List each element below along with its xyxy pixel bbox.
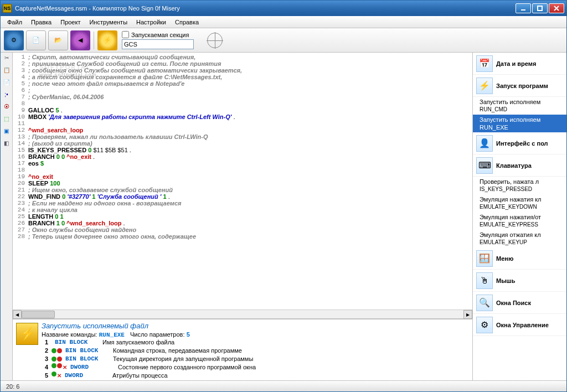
code-line[interactable]: 1; Скрипт, автоматически считывающий соо… — [13, 54, 472, 60]
code-line[interactable]: 27; Окно службы сообщений найдено — [13, 226, 472, 233]
sidebar-group-icon: 🪟 — [476, 250, 493, 267]
code-line[interactable]: 5; после чего этот файл открывается в No… — [13, 80, 472, 87]
settings-icon[interactable]: ⚙ — [4, 30, 24, 50]
sidebar-sub[interactable]: Проверить, нажата лIS_KEYS_PRESSED — [473, 177, 566, 194]
marker3-icon[interactable]: ⬚ — [3, 116, 11, 123]
marker5-icon[interactable]: ◧ — [3, 140, 11, 148]
code-line[interactable]: 22WND_FIND 0 '#32770' 1 'Служба сообщени… — [13, 193, 472, 200]
param-row: 5✕DWORDАтрибуты процесса — [42, 372, 469, 380]
code-line[interactable]: 28; Теперь ищем дочернее окно этого окна… — [13, 233, 472, 240]
menubar: ФайлПравкаПроектИнструментыНастройкиСпра… — [1, 16, 566, 28]
sidebar-sub[interactable]: Эмуляция нажатия клEMULATE_KEYDOWN — [473, 194, 566, 212]
code-line[interactable]: 17eos $ — [13, 160, 472, 167]
toolbar: SOFTPORTALwww.softportal.com ⚙ 📄 📂 ◀ ⚡ З… — [1, 28, 566, 53]
sidebar-group[interactable]: 🖱Мышь — [473, 270, 566, 292]
code-line[interactable]: 23; Если не найдено ни одного окна - воз… — [13, 200, 472, 207]
code-line[interactable]: 19^no_exit — [13, 173, 472, 180]
code-line[interactable]: 25LENGTH 0 1 — [13, 213, 472, 220]
sidebar-group-icon: 📅 — [476, 55, 493, 72]
code-line[interactable]: 11 — [13, 120, 472, 127]
editor-wrap: 1; Скрипт, автоматически считывающий соо… — [13, 53, 472, 380]
main-area: ✂ 📋 📄 ;• ⦿ ⬚ ▣ ◧ 1; Скрипт, автоматическ… — [1, 53, 566, 380]
code-editor[interactable]: 1; Скрипт, автоматически считывающий соо… — [13, 53, 472, 310]
paste-icon[interactable]: 📄 — [3, 79, 11, 87]
code-line[interactable]: 15IS_KEYS_PRESSED 0 $11 $5B $51 . — [13, 147, 472, 153]
scroll-right-icon[interactable]: ▶ — [463, 310, 472, 319]
sidebar-group[interactable]: 👤Интерфейс с пол — [473, 132, 566, 154]
code-line[interactable]: 4; а текст сообщения сохраняется в файле… — [13, 74, 472, 80]
crosshair-icon[interactable] — [207, 33, 223, 48]
new-doc-icon[interactable]: 📄 — [26, 30, 46, 50]
sidebar-group-icon: ⚙ — [476, 317, 493, 333]
sidebar-group[interactable]: ⌨Клавиатура — [473, 154, 566, 177]
close-button[interactable] — [549, 3, 564, 13]
info-command-line: Название команды: RUN_EXE Число параметр… — [42, 331, 469, 338]
back-icon[interactable]: ◀ — [70, 30, 90, 50]
code-line[interactable]: 2; принимаемые Службой сообщений из сети… — [13, 60, 472, 67]
code-line[interactable]: 14; (выход из скрипта) — [13, 140, 472, 147]
menu-Справка[interactable]: Справка — [171, 17, 203, 27]
marker1-icon[interactable]: ;• — [3, 91, 11, 99]
param-row: 3BIN BLOCKТекущая директория для запущен… — [42, 355, 469, 363]
menu-Правка[interactable]: Правка — [27, 17, 56, 27]
bolt-icon: ⚡ — [16, 323, 38, 345]
copy-icon[interactable]: 📋 — [3, 67, 11, 75]
sidebar-sub[interactable]: Эмуляция отжатия клEMULATE_KEYUP — [473, 230, 566, 247]
sidebar: 📅Дата и время⚡Запуск программЗапустить и… — [472, 53, 566, 380]
code-line[interactable]: 21; Ищем окно, создаваемое службой сообщ… — [13, 187, 472, 193]
menu-Проект[interactable]: Проект — [56, 17, 85, 27]
open-doc-icon[interactable]: 📂 — [48, 30, 68, 50]
sidebar-group-label: Интерфейс с пол — [496, 140, 548, 147]
code-line[interactable]: 6; — [13, 87, 472, 94]
app-icon: NS — [3, 4, 12, 13]
scroll-thumb[interactable] — [22, 311, 55, 318]
run-icon[interactable]: ⚡ — [97, 30, 117, 50]
code-line[interactable]: 18 — [13, 167, 472, 173]
minimize-button[interactable] — [516, 3, 531, 13]
code-line[interactable]: 26BRANCH 1 0 ^wnd_search_loop . — [13, 220, 472, 226]
menu-Файл[interactable]: Файл — [3, 17, 27, 27]
code-line[interactable]: 12^wnd_search_loop — [13, 127, 472, 133]
code-line[interactable]: 13; Проверяем, нажал ли пользователь кла… — [13, 133, 472, 140]
code-line[interactable]: 3; сообщения окно Службы сообщений автом… — [13, 67, 472, 74]
sidebar-group[interactable]: 🔍Окна Поиск — [473, 292, 566, 314]
code-line[interactable]: 16BRANCH 0 0 ^no_exit . — [13, 153, 472, 160]
sidebar-group-icon: 👤 — [476, 135, 493, 152]
svg-rect-0 — [538, 6, 542, 11]
code-line[interactable]: 7; CyberManiac, 06.04.2006 — [13, 94, 472, 100]
sidebar-group[interactable]: ⚡Запуск программ — [473, 75, 566, 97]
sidebar-group-label: Клавиатура — [496, 162, 532, 169]
sidebar-group-label: Запуск программ — [496, 82, 548, 89]
window-title: CaptureNetMessages.nsm - Компилятор Neo … — [15, 5, 516, 12]
code-line[interactable]: 20SLEEP 100 — [13, 180, 472, 187]
section-input[interactable] — [122, 39, 194, 49]
section-checkbox[interactable]: Запускаемая секция — [122, 31, 194, 38]
sidebar-group-label: Меню — [496, 255, 513, 262]
code-line[interactable]: 24; к началу цикла — [13, 207, 472, 213]
toolbar-sep — [94, 32, 94, 49]
sidebar-group[interactable]: 🪟Меню — [473, 247, 566, 270]
cut-icon[interactable]: ✂ — [3, 55, 11, 63]
sidebar-sub[interactable]: Эмуляция нажатия/отEMULATE_KEYPRESS — [473, 212, 566, 230]
sidebar-group[interactable]: 📅Дата и время — [473, 53, 566, 75]
menu-Инструменты[interactable]: Инструменты — [85, 17, 132, 27]
param-row: 2BIN BLOCKКомандная строка, передаваемая… — [42, 347, 469, 355]
marker2-icon[interactable]: ⦿ — [3, 104, 11, 111]
maximize-button[interactable] — [532, 3, 548, 13]
sidebar-group-icon: 🖱 — [476, 272, 493, 289]
sidebar-group[interactable]: ⚙Окна Управление — [473, 314, 566, 336]
code-line[interactable]: 10MBOX 'Для завершения работы скрипта на… — [13, 114, 472, 120]
app-window: NS CaptureNetMessages.nsm - Компилятор N… — [0, 0, 567, 392]
info-title: Запустить исполняемый файл — [42, 322, 469, 330]
code-line[interactable]: 8 — [13, 100, 472, 107]
menu-Настройки[interactable]: Настройки — [132, 17, 171, 27]
scroll-left-icon[interactable]: ◀ — [13, 310, 22, 319]
sidebar-sub[interactable]: Запустить исполняемRUN_CMD — [473, 97, 566, 115]
code-line[interactable]: 9GALLOC 5 . — [13, 107, 472, 114]
marker4-icon[interactable]: ▣ — [3, 128, 11, 136]
hscrollbar[interactable]: ◀ ▶ — [13, 310, 472, 318]
param-row: 4✕DWORDСостояние первого созданного прог… — [42, 363, 469, 372]
sidebar-group-icon: ⚡ — [476, 78, 493, 94]
sidebar-sub[interactable]: Запустить исполняемRUN_EXE — [473, 115, 566, 132]
sidebar-group-label: Дата и время — [496, 60, 536, 67]
